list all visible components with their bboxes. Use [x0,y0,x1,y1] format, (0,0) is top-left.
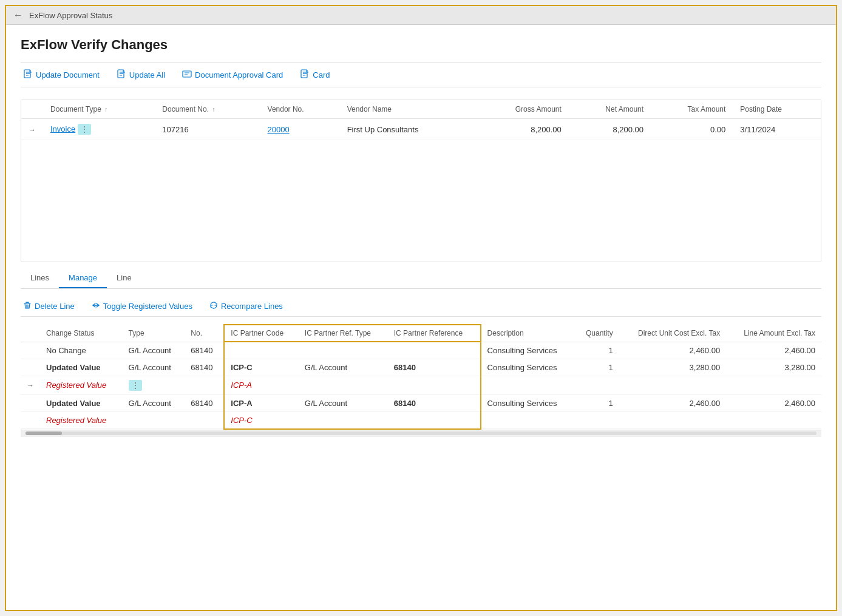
card-label: Card [313,70,330,80]
posting-date-header[interactable]: Posting Date [733,100,821,119]
ic-partner-reference-header: IC Partner Reference [388,325,481,342]
card-button[interactable]: Card [297,68,332,82]
vendor-no-link[interactable]: 20000 [268,125,290,134]
recompare-lines-icon [209,301,218,311]
lines-row3-line-amount [726,376,821,394]
bottom-section: Lines Manage Line Delete Line [21,268,821,437]
line-amount-header: Line Amount Excl. Tax [726,325,821,342]
lines-row5-unit-cost [619,411,726,429]
scrollbar-track[interactable] [25,432,817,435]
row-context-button[interactable]: ⋮ [78,124,91,135]
tab-lines[interactable]: Lines [21,268,59,288]
net-amount-cell: 8,200.00 [569,119,651,140]
change-status-header: Change Status [40,325,123,342]
title-bar: ← ExFlow Approval Status [6,6,836,25]
lines-table-row: No Change G/L Account 68140 Consulting S… [21,342,821,359]
lines-row2-ipc-ref: 68140 [388,359,481,376]
tax-amount-header[interactable]: Tax Amount [651,100,733,119]
quantity-header: Quantity [574,325,619,342]
svg-rect-2 [183,71,191,77]
page-content: ExFlow Verify Changes Update Document Up… [6,25,836,610]
tab-manage[interactable]: Manage [59,268,107,288]
document-approval-card-label: Document Approval Card [195,70,283,80]
back-button[interactable]: ← [13,10,23,21]
update-all-icon [117,69,126,81]
lines-row4-unit-cost: 2,460.00 [619,394,726,411]
update-document-button[interactable]: Update Document [21,68,102,82]
lines-table-wrapper: Change Status Type No. IC Partner Code [21,324,821,430]
lines-row3-ipc-ref [388,376,481,394]
toggle-registered-button[interactable]: Toggle Registered Values [89,300,195,313]
lines-row4-arrow [21,394,40,411]
lines-row2-type: G/L Account [123,359,185,376]
invoice-link[interactable]: Invoice [50,124,75,134]
gross-amount-cell: 8,200.00 [474,119,569,140]
lines-row1-arrow [21,342,40,359]
ic-partner-ref-type-header: IC Partner Ref. Type [299,325,388,342]
lines-row5-line-amount [726,411,821,429]
doc-type-header[interactable]: Document Type ↑ [43,100,155,119]
lines-row5-quantity [574,411,619,429]
lines-row5-description [481,411,575,429]
net-amount-header[interactable]: Net Amount [569,100,651,119]
lines-row3-description [481,376,575,394]
doc-no-header[interactable]: Document No. ↑ [155,100,260,119]
registered-row-arrow: → [27,381,34,390]
tabs-row: Lines Manage Line [21,268,821,289]
update-document-label: Update Document [36,70,100,80]
delete-line-icon [23,301,32,311]
lines-row4-ipc-code: ICP-A [224,394,299,411]
tax-amount-cell: 0.00 [651,119,733,140]
lines-table-row: Registered Value ICP-C [21,411,821,429]
lines-row1-description: Consulting Services [481,342,575,359]
lines-row5-arrow [21,411,40,429]
row-arrow-icon: → [29,126,36,134]
update-all-button[interactable]: Update All [114,68,168,82]
lines-row1-unit-cost: 2,460.00 [619,342,726,359]
vendor-no-cell: 20000 [260,119,340,140]
document-approval-card-button[interactable]: Document Approval Card [180,68,285,82]
gross-amount-header[interactable]: Gross Amount [474,100,569,119]
vendor-name-header[interactable]: Vendor Name [340,100,474,119]
vendor-no-header[interactable]: Vendor No. [260,100,340,119]
doc-type-cell: Invoice ⋮ [43,119,155,140]
tab-line[interactable]: Line [107,268,141,288]
recompare-lines-button[interactable]: Recompare Lines [207,300,285,313]
doc-type-sort-icon: ↑ [104,106,107,113]
lines-row3-ipc-ref-type [299,376,388,394]
lines-row4-quantity: 1 [574,394,619,411]
lines-table-header-row: Change Status Type No. IC Partner Code [21,325,821,342]
main-table: Document Type ↑ Document No. ↑ Vendor No… [21,100,821,140]
lines-row3-change-status: Registered Value [40,376,123,394]
lines-row1-quantity: 1 [574,342,619,359]
lines-row3-unit-cost [619,376,726,394]
direct-unit-cost-header: Direct Unit Cost Excl. Tax [619,325,726,342]
lines-row3-no [185,376,224,394]
lines-row3-quantity [574,376,619,394]
lines-row2-no: 68140 [185,359,224,376]
lines-row3-context-btn[interactable]: ⋮ [129,380,142,391]
lines-row5-type [123,411,185,429]
lines-row1-change-status: No Change [40,342,123,359]
row-arrow-cell: → [21,119,43,140]
empty-area [21,140,821,262]
lines-row2-change-status: Updated Value [40,359,123,376]
lines-row3-type: ⋮ [123,376,185,394]
page-title: ExFlow Verify Changes [21,37,821,53]
posting-date-cell: 3/11/2024 [733,119,821,140]
lines-table-row: Updated Value G/L Account 68140 ICP-A G/… [21,394,821,411]
lines-row2-arrow [21,359,40,376]
lines-row3-ipc-code: ICP-A [224,376,299,394]
scrollbar-thumb[interactable] [25,432,62,435]
delete-line-button[interactable]: Delete Line [21,300,77,313]
lines-row1-type: G/L Account [123,342,185,359]
main-table-row: → Invoice ⋮ 107216 20000 First Up Consul… [21,119,821,140]
lines-row1-no: 68140 [185,342,224,359]
horizontal-scrollbar[interactable] [21,430,821,437]
lines-row2-ipc-ref-type: G/L Account [299,359,388,376]
arrow-col-header [21,100,43,119]
lines-row4-change-status: Updated Value [40,394,123,411]
lines-arrow-col [21,325,40,342]
top-toolbar: Update Document Update All Document Appr… [21,63,821,87]
lines-row5-ipc-code: ICP-C [224,411,299,429]
